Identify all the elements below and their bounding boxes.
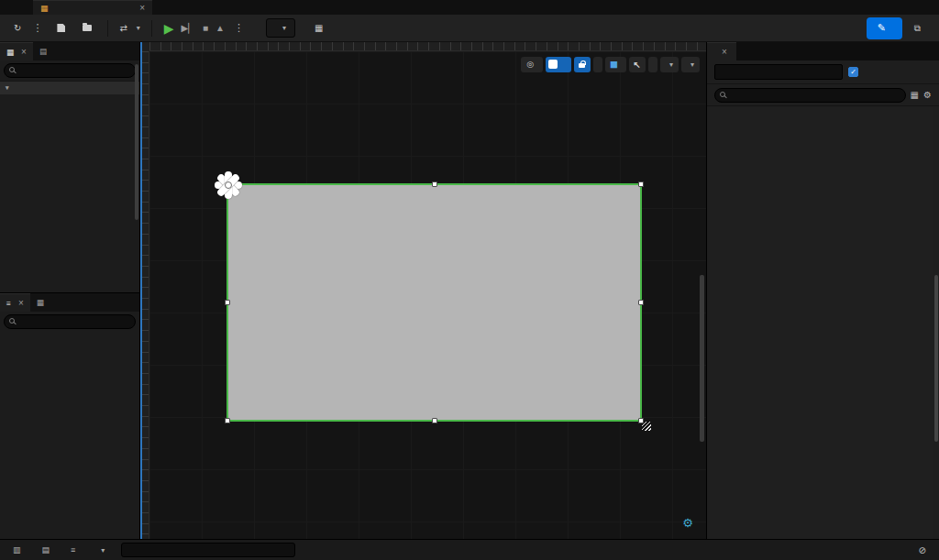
compile-icon: ↻: [14, 23, 21, 33]
widget-canvas[interactable]: [226, 183, 642, 422]
tab-library[interactable]: ▤: [33, 42, 57, 60]
resize-handle[interactable]: [638, 300, 644, 305]
anchor-medallion[interactable]: [213, 170, 244, 201]
close-icon[interactable]: ×: [21, 47, 27, 57]
details-search: [714, 88, 906, 103]
is-variable-checkbox[interactable]: ✓: [848, 67, 858, 77]
content-drawer-icon: ▥: [13, 545, 21, 555]
chevron-down-icon: ▾: [669, 60, 673, 69]
resize-handle[interactable]: [225, 300, 230, 305]
resize-handle[interactable]: [432, 181, 437, 187]
hierarchy-icon: ≡: [6, 299, 11, 308]
designer-viewport-toolbar: ◎ ▦ ↖ ▾ ▾: [521, 56, 700, 72]
anchor-dropdown[interactable]: ◎: [521, 57, 543, 72]
tab-details[interactable]: ×: [707, 42, 736, 60]
tab-bind-widgets[interactable]: ▦: [30, 293, 54, 312]
fill-screen-dropdown[interactable]: ▾: [681, 57, 700, 72]
hierarchy-tab-bar: ≡ × ▦: [0, 293, 139, 312]
hierarchy-search: [4, 314, 136, 329]
lock-button[interactable]: [574, 57, 591, 72]
tab-palette[interactable]: ▦ ×: [0, 42, 33, 60]
resize-handle[interactable]: [225, 418, 230, 423]
anchor-petal: [225, 171, 232, 199]
toolbar-separator: [107, 20, 108, 37]
resize-handle[interactable]: [432, 418, 437, 423]
palette-tab-bar: ▦ × ▤: [0, 42, 139, 60]
details-search-input[interactable]: [714, 88, 906, 103]
close-icon[interactable]: ×: [18, 298, 24, 308]
grid-icon: ▦: [610, 60, 618, 69]
panel-splitter[interactable]: [140, 42, 142, 539]
cursor-icon: ↖: [634, 60, 641, 70]
output-log-button[interactable]: ≡: [65, 542, 85, 558]
graph-mode-button[interactable]: ⧉: [908, 17, 932, 39]
compile-button[interactable]: ↻ ⋮: [7, 17, 50, 39]
content-drawer-button[interactable]: ▥: [7, 542, 31, 558]
chevron-down-icon: ▾: [690, 60, 694, 69]
details-property-list: [707, 106, 933, 539]
bottom-status-bar: ▥ ▤ ≡ ▾ ⊘: [0, 539, 939, 560]
cursor-tool-button[interactable]: ↖: [629, 57, 646, 72]
play-options-icon[interactable]: ⋮: [232, 22, 246, 34]
widget-name-input[interactable]: [714, 64, 843, 80]
search-icon: [9, 318, 15, 324]
diff-icon: ⇄: [119, 23, 127, 33]
designer-mode-button[interactable]: ✎: [867, 17, 902, 39]
hierarchy-search-input[interactable]: [4, 314, 136, 329]
asset-tab-title-screen[interactable]: ▦ ×: [33, 0, 152, 15]
cmd-dropdown[interactable]: ▾: [91, 542, 110, 558]
compile-options-icon[interactable]: ⋮: [30, 22, 44, 34]
play-button[interactable]: ▶: [164, 22, 174, 35]
titlebar: ▦ ×: [0, 0, 939, 15]
animations-icon: ▤: [42, 545, 50, 555]
gear-icon[interactable]: ⚙: [682, 516, 693, 530]
widget-blueprint-icon: ▦: [40, 4, 49, 13]
grid-snap-button[interactable]: ▦: [605, 57, 626, 72]
save-button[interactable]: [50, 17, 76, 39]
library-icon: ▤: [39, 47, 47, 56]
screen-size-dropdown[interactable]: ▾: [660, 57, 679, 72]
settings-gear-icon[interactable]: ⚙: [923, 90, 932, 100]
localization-preview-button[interactable]: [648, 57, 657, 72]
console-command-input[interactable]: [121, 543, 295, 557]
designer-viewport[interactable]: ◎ ▦ ↖ ▾ ▾: [140, 42, 706, 539]
preview-toggle[interactable]: [546, 57, 571, 72]
debug-object-dropdown[interactable]: ▾: [266, 18, 295, 38]
output-log-icon: ≡: [71, 545, 75, 555]
viewport-scrollbar[interactable]: [700, 275, 704, 442]
palette-icon: ▦: [6, 48, 14, 57]
source-control-icon: ⊘: [919, 545, 926, 555]
details-scrollbar[interactable]: [934, 275, 938, 442]
palette-search-input[interactable]: [4, 63, 136, 78]
source-control-status[interactable]: ⊘: [919, 545, 932, 555]
rotation-button[interactable]: [593, 57, 602, 72]
close-icon[interactable]: ×: [139, 3, 145, 13]
anchor-icon: ◎: [526, 60, 534, 69]
stop-button[interactable]: ■: [203, 24, 208, 33]
search-icon: [720, 92, 725, 97]
mode-switcher: ✎ ⧉: [867, 17, 932, 39]
eject-button[interactable]: ▲: [215, 24, 225, 33]
chevron-down-icon: ▾: [137, 24, 140, 32]
widget-reflector-button[interactable]: ▦: [308, 17, 334, 39]
browse-icon: [83, 25, 92, 31]
resize-grip-icon[interactable]: [642, 422, 651, 431]
diff-dropdown[interactable]: ⇄ ▾: [113, 17, 146, 39]
resize-handle[interactable]: [638, 181, 644, 187]
display-filter-icon[interactable]: ▦: [911, 90, 919, 100]
palette-section-common[interactable]: ▾: [0, 81, 139, 94]
play-controls: ▶ ▶▏ ■ ▲ ⋮: [164, 22, 246, 35]
dpi-scale: ⚙: [677, 516, 693, 530]
lock-icon: [579, 60, 586, 69]
palette-scrollbar[interactable]: [135, 64, 138, 220]
main-toolbar: ↻ ⋮ ⇄ ▾ ▶ ▶▏ ■ ▲ ⋮ ▾: [0, 15, 939, 42]
frame-skip-button[interactable]: ▶▏: [182, 24, 195, 33]
details-name-bar: ✓: [707, 60, 939, 84]
tab-hierarchy[interactable]: ≡ ×: [0, 293, 30, 312]
palette-search: [4, 63, 136, 78]
chevron-down-icon: ▾: [101, 546, 105, 555]
browse-button[interactable]: [76, 17, 103, 39]
animations-tab-button[interactable]: ▤: [37, 542, 61, 558]
unreal-editor-window: ▦ × ↻ ⋮ ⇄ ▾ ▶ ▶: [0, 0, 939, 560]
close-icon[interactable]: ×: [722, 47, 727, 57]
